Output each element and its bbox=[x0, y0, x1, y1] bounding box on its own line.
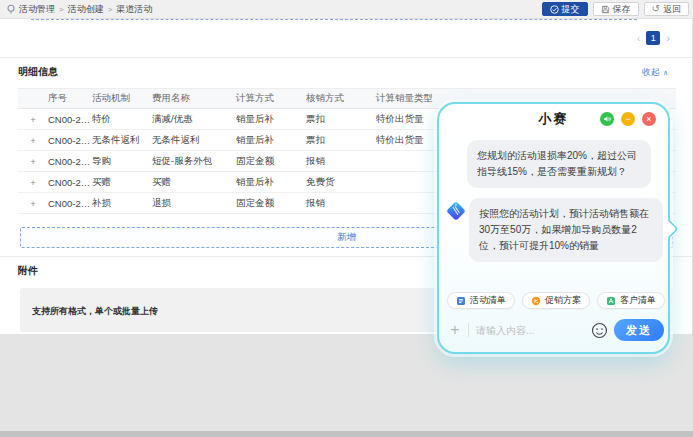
customer-list-icon bbox=[606, 296, 616, 306]
cell-mechanism: 补损 bbox=[92, 197, 152, 210]
col-header-seq: 序号 bbox=[48, 92, 92, 105]
assistant-message: 您规划的活动退损率20%，超过公司指导线15%，是否需要重新规划？ bbox=[467, 140, 651, 188]
chat-title: 小赛 bbox=[539, 110, 569, 128]
breadcrumb-separator: > bbox=[108, 5, 113, 14]
chat-window-controls: − × bbox=[600, 112, 656, 126]
cell-seq: CN00-2… bbox=[48, 156, 92, 167]
cell-fee: 退损 bbox=[152, 197, 236, 210]
collapse-link[interactable]: 收起 ∧ bbox=[642, 66, 668, 79]
back-button-label: 返回 bbox=[663, 3, 681, 16]
cell-mechanism: 无条件返利 bbox=[92, 134, 152, 147]
assistant-message-row: 按照您的活动计划，预计活动销售额在30万至50万，如果增加导购员数量2位，预计可… bbox=[445, 198, 667, 262]
undo-icon: ↺ bbox=[652, 4, 660, 14]
chip-label: 促销方案 bbox=[545, 294, 581, 307]
minimize-button[interactable]: − bbox=[621, 112, 635, 126]
save-button[interactable]: 保存 bbox=[593, 2, 639, 16]
assistant-chat-window: 小赛 − × 您规划的活动退损率20%，超过公司指导线15%，是否需要重新规划？ bbox=[437, 102, 670, 354]
breadcrumb-separator: > bbox=[59, 5, 64, 14]
row-expand-button[interactable]: + bbox=[18, 156, 48, 167]
cell-calc: 销量后补 bbox=[236, 176, 306, 189]
check-circle-icon bbox=[550, 5, 559, 14]
cell-fee: 无条件返利 bbox=[152, 134, 236, 147]
breadcrumb-item-activity-mgmt[interactable]: 活动管理 bbox=[19, 3, 55, 16]
speaker-icon bbox=[603, 115, 611, 123]
detail-section-title: 明细信息 bbox=[18, 65, 58, 79]
chevron-right-icon[interactable]: › bbox=[666, 32, 670, 44]
cell-seq: CN00-2… bbox=[48, 198, 92, 209]
save-icon bbox=[601, 5, 610, 14]
add-row-label: 新增 bbox=[337, 231, 356, 244]
assistant-avatar bbox=[445, 200, 467, 222]
attachment-section-title: 附件 bbox=[18, 264, 38, 278]
section-divider bbox=[0, 57, 693, 58]
chevron-up-icon: ∧ bbox=[663, 69, 668, 77]
cell-calc: 销量后补 bbox=[236, 113, 306, 126]
activity-list-icon bbox=[456, 296, 466, 306]
row-expand-button[interactable]: + bbox=[18, 177, 48, 188]
chevron-left-icon[interactable]: ‹ bbox=[637, 32, 641, 44]
chip-activity-list[interactable]: 活动清单 bbox=[447, 292, 515, 309]
assistant-message: 按照您的活动计划，预计活动销售额在30万至50万，如果增加导购员数量2位，预计可… bbox=[469, 198, 663, 262]
close-icon[interactable]: × bbox=[642, 112, 656, 126]
chip-label: 活动清单 bbox=[470, 294, 506, 307]
emoji-icon[interactable] bbox=[591, 322, 608, 339]
top-toolbar: 活动管理 > 活动创建 > 渠道活动 提交 保存 bbox=[0, 0, 693, 19]
toolbar-dashed-outline bbox=[31, 19, 637, 20]
cell-verify: 票扣 bbox=[306, 113, 376, 126]
cell-calc: 固定金额 bbox=[236, 197, 306, 210]
input-divider bbox=[468, 323, 469, 337]
cell-seq: CN00-2… bbox=[48, 114, 92, 125]
submit-button-label: 提交 bbox=[562, 3, 580, 16]
col-header-calc: 计算方式 bbox=[236, 92, 306, 105]
cell-verify: 报销 bbox=[306, 155, 376, 168]
collapse-label: 收起 bbox=[642, 66, 660, 79]
cell-seq: CN00-2… bbox=[48, 135, 92, 146]
row-expand-button[interactable]: + bbox=[18, 114, 48, 125]
cell-verify: 票扣 bbox=[306, 134, 376, 147]
app-window: 活动管理 > 活动创建 > 渠道活动 提交 保存 bbox=[0, 0, 693, 437]
toolbar-buttons: 提交 保存 ↺ 返回 bbox=[542, 2, 689, 16]
promo-badge-icon bbox=[531, 296, 541, 306]
cell-fee: 满减/优惠 bbox=[152, 113, 236, 126]
breadcrumb-item-channel-activity: 渠道活动 bbox=[116, 3, 152, 16]
quick-action-chips: 活动清单 促销方案 客户清单 bbox=[447, 292, 665, 309]
cell-mechanism: 买赠 bbox=[92, 176, 152, 189]
volume-button[interactable] bbox=[600, 112, 614, 126]
breadcrumb: 活动管理 > 活动创建 > 渠道活动 bbox=[19, 3, 152, 16]
upload-hint-text: 支持所有格式，单个或批量上传 bbox=[32, 306, 158, 316]
cell-mechanism: 导购 bbox=[92, 155, 152, 168]
cell-mechanism: 特价 bbox=[92, 113, 152, 126]
back-button[interactable]: ↺ 返回 bbox=[644, 2, 689, 16]
send-button[interactable]: 发送 bbox=[614, 319, 664, 341]
cell-seq: CN00-2… bbox=[48, 177, 92, 188]
cell-fee: 短促-服务外包 bbox=[152, 155, 236, 168]
cell-verify: 报销 bbox=[306, 197, 376, 210]
chat-input-row: + 发送 bbox=[447, 316, 664, 344]
pagination: ‹ 1 › bbox=[637, 31, 670, 45]
breadcrumb-item-activity-create[interactable]: 活动创建 bbox=[68, 3, 104, 16]
save-button-label: 保存 bbox=[613, 3, 631, 16]
col-header-verify: 核销方式 bbox=[306, 92, 376, 105]
row-expand-button[interactable]: + bbox=[18, 135, 48, 146]
page-number-current[interactable]: 1 bbox=[646, 31, 660, 45]
attach-plus-icon[interactable]: + bbox=[447, 321, 463, 339]
cell-fee: 买赠 bbox=[152, 176, 236, 189]
chip-customer-list[interactable]: 客户清单 bbox=[597, 292, 665, 309]
col-header-fee: 费用名称 bbox=[152, 92, 236, 105]
row-expand-button[interactable]: + bbox=[18, 198, 48, 209]
location-pin-icon bbox=[6, 4, 16, 14]
bottom-window-edge bbox=[0, 431, 693, 437]
chip-promo-plan[interactable]: 促销方案 bbox=[522, 292, 590, 309]
cell-calc: 固定金额 bbox=[236, 155, 306, 168]
submit-button[interactable]: 提交 bbox=[542, 2, 588, 16]
chat-input[interactable] bbox=[476, 325, 589, 336]
cell-calc: 销量后补 bbox=[236, 134, 306, 147]
cell-verify: 免费货 bbox=[306, 176, 376, 189]
col-header-mechanism: 活动机制 bbox=[92, 92, 152, 105]
chip-label: 客户清单 bbox=[620, 294, 656, 307]
